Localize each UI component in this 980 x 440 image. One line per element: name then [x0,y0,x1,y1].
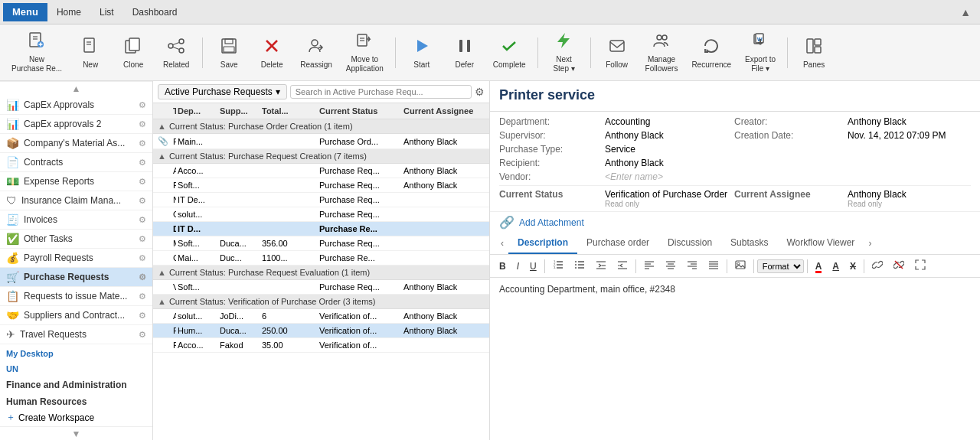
home-button[interactable]: Home [47,4,90,21]
sidebar-gear-icon[interactable]: ⚙ [139,272,146,282]
list-row[interactable]: VGA ... Soft... Purchase Req... Anthony … [153,280,489,295]
strikethrough-button[interactable]: X [845,259,861,274]
reassign-button[interactable]: Reassign [295,33,338,73]
italic-button[interactable]: I [512,259,524,274]
sidebar-gear-icon[interactable]: ⚙ [139,215,146,225]
list-row[interactable]: Colo... Mai... Duc... 1100... Purchase R… [153,251,489,266]
list-row[interactable]: Acco... Acco... Purchase Req... Anthony … [153,164,489,178]
align-left-button[interactable] [639,257,659,275]
tab-workflow-viewer[interactable]: Workflow Viewer [777,233,864,254]
sidebar-item-payroll-requests[interactable]: 💰Payroll Requests⚙ [0,249,152,268]
justify-button[interactable] [704,257,724,275]
tabs-right-arrow[interactable]: › [864,235,876,252]
related-button[interactable]: Related [156,33,196,73]
group-header[interactable]: ▲Current Status: Verification of Purchas… [153,295,489,309]
unordered-list-button[interactable] [570,257,590,275]
list-row[interactable]: Netw... IT De... Purchase Req... [153,193,489,207]
sidebar-gear-icon[interactable]: ⚙ [139,253,146,263]
list-row[interactable]: Acco... solut... JoDi... 6 Verification … [153,309,489,324]
finance-section[interactable]: Finance and Administration [0,375,152,392]
list-row[interactable]: Data... IT D... Purchase Re... [153,222,489,236]
defer-button[interactable]: Defer [445,33,485,73]
tab-description[interactable]: Description [508,233,577,254]
sidebar-gear-icon[interactable]: ⚙ [139,234,146,244]
my-desktop-section[interactable]: My Desktop [0,344,152,360]
move-button[interactable]: Move to Application [341,28,389,77]
sidebar-item-company's-material-as...[interactable]: 📦Company's Material As...⚙ [0,134,152,153]
align-right-button[interactable] [682,257,702,275]
clone-button[interactable]: Clone [113,33,153,73]
sidebar-gear-icon[interactable]: ⚙ [139,158,146,168]
sidebar-gear-icon[interactable]: ⚙ [139,139,146,148]
align-center-button[interactable] [661,257,681,275]
sidebar-item-suppliers-and-contract...[interactable]: 🤝Suppliers and Contract...⚙ [0,306,152,325]
sidebar-item-travel-requests[interactable]: ✈Travel Requests⚙ [0,325,152,344]
sidebar-gear-icon[interactable]: ⚙ [139,311,146,321]
image-button[interactable] [730,257,750,275]
sidebar-gear-icon[interactable]: ⚙ [139,119,146,129]
sidebar-item-contracts[interactable]: 📄Contracts⚙ [0,153,152,172]
maximize-icon[interactable]: ▲ [960,6,977,18]
save-button[interactable]: Save [209,33,249,73]
menu-button[interactable]: Menu [3,3,47,21]
sidebar-gear-icon[interactable]: ⚙ [139,177,146,187]
ordered-list-button[interactable]: 1.2.3. [548,257,568,275]
new-purchase-button[interactable]: New Purchase Re... [6,28,67,77]
underline-button[interactable]: U [525,259,541,274]
tabs-left-arrow[interactable]: ‹ [496,235,508,252]
sidebar-scroll-down[interactable]: ▼ [0,426,152,440]
sidebar-item-capex-approvals[interactable]: 📊CapEx Approvals⚙ [0,96,152,115]
list-row[interactable]: Printer Hum... Duca... 250.00 Verificati… [153,324,489,338]
list-dropdown[interactable]: Active Purchase Requests ▾ [158,84,287,99]
editor-area[interactable]: Accounting Department, main office, #234… [490,278,980,440]
hr-section[interactable]: Human Resources [0,392,152,409]
sidebar-item-other-tasks[interactable]: ✅Other Tasks⚙ [0,230,152,249]
vendor-value[interactable]: <Enter name> [605,171,728,182]
group-header[interactable]: ▲Current Status: Purchase Order Creation… [153,119,489,134]
link-button[interactable] [867,257,887,275]
manage-button[interactable]: Manage Followers [640,28,684,77]
new-button[interactable]: New [70,33,110,73]
complete-button[interactable]: Complete [488,33,531,73]
start-button[interactable]: Start [402,33,442,73]
add-attachment-btn[interactable]: 🔗 Add Attachment [490,211,980,233]
group-header[interactable]: ▲Current Status: Purchase Request Creati… [153,149,489,164]
dashboard-button[interactable]: Dashboard [123,4,187,21]
indent-button[interactable] [591,257,611,275]
tab-purchase-order[interactable]: Purchase order [577,233,658,254]
highlight-color-button[interactable]: A [828,259,844,274]
list-row[interactable]: Real ... Soft... Purchase Req... Anthony… [153,178,489,193]
group-header[interactable]: ▲Current Status: Purchase Request Evalua… [153,266,489,280]
sidebar-item-expense-reports[interactable]: 💵Expense Reports⚙ [0,172,152,191]
sidebar-scroll-up[interactable]: ▲ [0,81,152,96]
fullscreen-button[interactable] [910,257,930,275]
list-row[interactable]: 📎 Pape... Main... Purchase Ord... Anthon… [153,134,489,149]
sidebar-item-purchase-requests[interactable]: 🛒Purchase Requests⚙ [0,268,152,287]
panes-button[interactable]: Panes [794,33,834,73]
un-section[interactable]: UN [0,360,152,375]
sidebar-gear-icon[interactable]: ⚙ [139,292,146,301]
delete-button[interactable]: Delete [252,33,292,73]
sidebar-gear-icon[interactable]: ⚙ [139,100,146,110]
sidebar-gear-icon[interactable]: ⚙ [139,196,146,206]
sidebar-gear-icon[interactable]: ⚙ [139,330,146,340]
sidebar-item-insurance-claim-mana...[interactable]: 🛡Insurance Claim Mana...⚙ [0,191,152,210]
create-workspace[interactable]: ＋ Create Workspace [0,409,152,426]
list-row[interactable]: Offic... solut... Purchase Req... [153,207,489,222]
bold-button[interactable]: B [495,259,511,274]
font-color-button[interactable]: A [811,259,827,274]
list-row[interactable]: Print... Acco... Fakod 35.00 Verificatio… [153,338,489,353]
list-button[interactable]: List [90,4,123,21]
sidebar-item-capex-approvals-2[interactable]: 📊CapEx approvals 2⚙ [0,115,152,134]
sidebar-item-requests-to-issue-mate...[interactable]: 📋Requests to issue Mate...⚙ [0,287,152,306]
tab-discussion[interactable]: Discussion [658,233,721,254]
list-row[interactable]: Moni... Soft... Duca... 356.00 Purchase … [153,236,489,251]
list-search-input[interactable] [290,85,472,99]
tab-subtasks[interactable]: Subtasks [721,233,777,254]
follow-button[interactable]: Follow [597,33,637,73]
sidebar-item-invoices[interactable]: 🧾Invoices⚙ [0,210,152,230]
list-settings-icon[interactable]: ⚙ [475,86,485,98]
nextstep-button[interactable]: Next Step ▾ [544,28,584,77]
outdent-button[interactable] [612,257,632,275]
recurrence-button[interactable]: Recurrence [686,33,737,73]
